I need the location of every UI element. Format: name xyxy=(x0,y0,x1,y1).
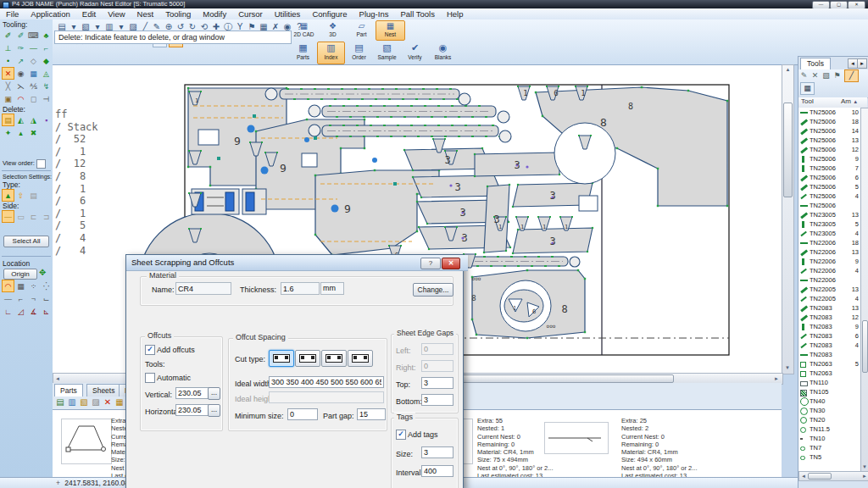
mode-button-blanks[interactable]: ◉Blanks xyxy=(429,42,457,64)
tooling-icon[interactable]: ╳ xyxy=(2,80,14,92)
top-field[interactable] xyxy=(421,377,453,389)
dialog-help-button[interactable]: ? xyxy=(420,258,441,269)
cut-type-button-3[interactable] xyxy=(321,350,347,367)
horizontal-browse-button[interactable]: ... xyxy=(208,404,220,417)
menu-modify[interactable]: Modify xyxy=(197,9,232,19)
tool-row[interactable]: TN2200513 xyxy=(798,285,860,294)
tab-tools[interactable]: Tools xyxy=(800,58,831,69)
menu-nest[interactable]: Nest xyxy=(131,9,160,19)
tooling-icon[interactable]: ◻ xyxy=(27,92,40,105)
tooling-icon[interactable]: ▦ xyxy=(27,67,40,80)
tool-row[interactable]: TN2500614 xyxy=(798,126,860,136)
menu-pall-tools[interactable]: Pall Tools xyxy=(394,9,441,19)
tooling-icon[interactable]: ✐ xyxy=(14,29,27,42)
side-icon[interactable]: — xyxy=(2,210,14,223)
dialog-title[interactable]: Sheet Scrapping and Offcuts xyxy=(126,255,468,271)
location-snap-icon[interactable]: — xyxy=(2,292,14,305)
view-button-3d[interactable]: ❖3D xyxy=(318,20,348,41)
canvas-vscrollbar[interactable]: ▲ ▼ xyxy=(782,64,794,374)
tools-hscrollbar[interactable]: ◄ ► xyxy=(798,471,868,481)
minimum-size-field[interactable] xyxy=(287,408,318,420)
tooling-icon[interactable]: ⊣ xyxy=(40,92,53,105)
tool-row[interactable]: TN220064 xyxy=(798,266,860,275)
tooling-icon[interactable]: ↗ xyxy=(14,54,27,67)
side-icon[interactable]: ▭ xyxy=(14,210,27,223)
tool-row[interactable]: TN10 xyxy=(798,434,860,443)
col-tool[interactable]: Tool xyxy=(801,97,814,105)
tab-scroll-right-icon[interactable]: ► xyxy=(857,58,867,69)
tooling-icon[interactable]: ◬ xyxy=(40,67,53,80)
menu-utilities[interactable]: Utilities xyxy=(269,9,307,19)
tools-toolbar-icon[interactable]: ⚑ xyxy=(832,70,843,81)
tool-row[interactable]: TN208313 xyxy=(798,303,860,313)
tools-toolbar-icon[interactable]: ✎ xyxy=(798,70,810,81)
tooling-icon[interactable]: ◇ xyxy=(27,54,40,67)
type-icon[interactable]: ⇧ xyxy=(14,189,27,202)
tools-toggle-icon[interactable]: ▦ xyxy=(800,82,815,95)
view-button-part[interactable]: ▱Part xyxy=(347,20,376,41)
tool-row[interactable]: TN25006 xyxy=(798,201,860,210)
tooling-icon[interactable]: ◆ xyxy=(40,54,53,67)
right-field[interactable] xyxy=(421,360,453,372)
tab-sheets[interactable]: Sheets xyxy=(86,384,120,396)
tool-row[interactable]: TN2083 xyxy=(798,350,860,359)
tool-row[interactable]: TN20635 xyxy=(798,359,860,369)
location-snap-icon[interactable]: ◿ xyxy=(14,305,27,318)
tool-row[interactable]: TN220069 xyxy=(798,257,860,266)
menu-configure[interactable]: Configure xyxy=(306,9,353,19)
delete-icon[interactable]: ◭ xyxy=(14,114,27,126)
delete-icon[interactable]: ✖ xyxy=(27,126,40,139)
bottom-toolbar-icon[interactable]: ▥ xyxy=(66,396,78,408)
tools-toolbar-icon[interactable]: ✕ xyxy=(810,70,821,81)
tools-toolbar-icon[interactable]: ▧ xyxy=(821,70,832,81)
tool-row[interactable]: TN20834 xyxy=(798,341,860,350)
tooling-icon[interactable]: ◉ xyxy=(14,67,27,80)
delete-icon[interactable]: ▤ xyxy=(2,114,14,126)
tools-toggle-icon[interactable]: ╱ xyxy=(844,69,859,82)
tab-parts[interactable]: Parts xyxy=(54,384,83,396)
vertical-browse-button[interactable]: ... xyxy=(208,387,220,400)
select-all-button[interactable]: Select All xyxy=(3,236,49,247)
tool-row[interactable]: TN2500612 xyxy=(798,145,860,154)
tooling-icon[interactable]: ✕ xyxy=(2,67,14,80)
tool-row[interactable]: TN220054 xyxy=(798,294,860,303)
horizontal-field[interactable] xyxy=(175,404,209,416)
thickness-field[interactable] xyxy=(281,282,320,295)
tooling-icon[interactable]: ♣ xyxy=(40,29,53,42)
tool-row[interactable]: TN250067 xyxy=(798,164,860,173)
bottom-toolbar-icon[interactable]: ▧ xyxy=(78,396,90,408)
tool-row[interactable]: TN230055 xyxy=(798,219,860,229)
delete-icon[interactable]: ◮ xyxy=(27,114,40,126)
origin-icon[interactable]: ✥ xyxy=(39,268,46,277)
menu-edit[interactable]: Edit xyxy=(76,9,102,19)
tool-row[interactable]: TN5 xyxy=(798,452,860,462)
tool-row[interactable]: TN2063 xyxy=(798,369,860,378)
automatic-checkbox[interactable] xyxy=(145,373,155,383)
bottom-toolbar-icon[interactable]: ▨ xyxy=(90,396,102,408)
tooling-icon[interactable]: • xyxy=(2,54,14,67)
interval-field[interactable] xyxy=(421,465,453,477)
ideal-heights-field[interactable] xyxy=(269,391,384,403)
location-snap-icon[interactable]: ⌐ xyxy=(14,292,27,305)
tooling-icon[interactable]: ⌨ xyxy=(27,29,40,42)
tool-row[interactable]: TN2300513 xyxy=(798,210,860,219)
size-field[interactable] xyxy=(421,446,453,458)
cut-type-button-1[interactable] xyxy=(269,350,294,367)
part-gap-field[interactable] xyxy=(357,408,386,420)
menu-help[interactable]: Help xyxy=(441,9,470,19)
tool-row[interactable]: TN2200618 xyxy=(798,238,860,247)
menu-file[interactable]: File xyxy=(0,9,25,19)
mode-button-parts[interactable]: ▦Parts xyxy=(289,42,317,64)
cut-type-button-4[interactable] xyxy=(348,350,373,367)
tool-row[interactable]: TN250065 xyxy=(798,182,860,191)
tooling-icon[interactable]: ↯ xyxy=(40,80,53,92)
menu-application[interactable]: Application xyxy=(25,9,75,19)
menu-plug-ins[interactable]: Plug-Ins xyxy=(353,9,395,19)
origin-button[interactable]: Origin xyxy=(3,269,37,280)
tool-row[interactable]: TN230054 xyxy=(798,229,860,238)
col-amount[interactable]: Am xyxy=(841,97,851,105)
tooling-icon[interactable]: ✐ xyxy=(2,29,14,42)
location-snap-icon[interactable]: ⊾ xyxy=(40,305,53,318)
ideal-widths-field[interactable] xyxy=(269,376,384,388)
mode-button-sample[interactable]: ▧Sample xyxy=(373,42,401,64)
